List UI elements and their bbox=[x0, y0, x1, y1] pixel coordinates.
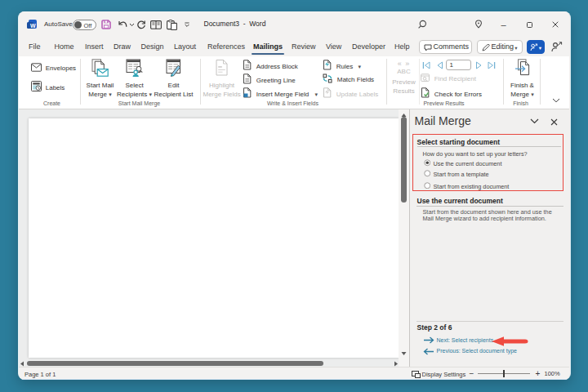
svg-text:W: W bbox=[30, 23, 36, 29]
